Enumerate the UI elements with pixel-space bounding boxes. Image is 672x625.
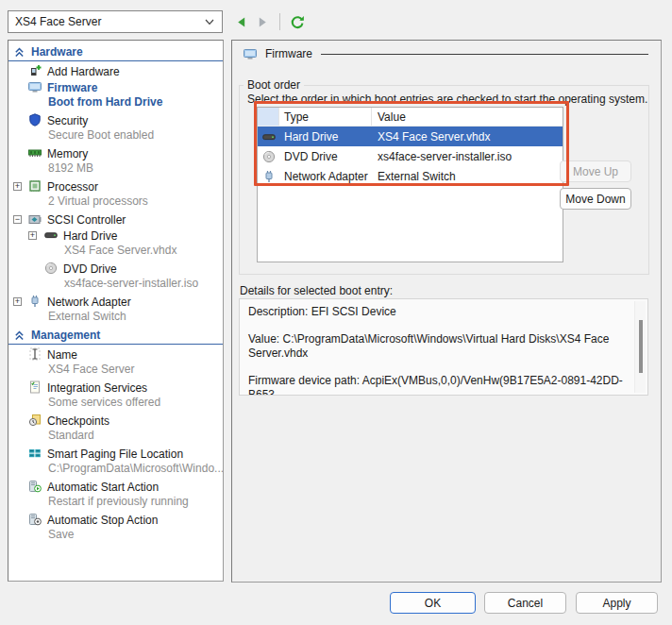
cancel-button[interactable]: Cancel: [484, 592, 566, 614]
sidebar-item-automatic-start-action[interactable]: Automatic Start Action: [8, 479, 223, 495]
move-up-button[interactable]: Move Up: [560, 160, 631, 182]
hard-drive-icon: [44, 228, 58, 242]
details-scrollbar-thumb[interactable]: [639, 320, 643, 373]
boot-order-list[interactable]: TypeValueHard DriveXS4 Face Server.vhdxD…: [257, 107, 563, 262]
sidebar-item-label: Smart Paging File Location: [47, 448, 183, 461]
boot-order-group-label: Boot order: [244, 78, 304, 92]
sidebar-item-hard-drive[interactable]: +Hard Drive: [8, 228, 223, 244]
sidebar-item-network-adapter[interactable]: +Network Adapter: [8, 294, 223, 310]
settings-sidebar: HardwareAdd HardwareFirmwareBoot from Ha…: [8, 40, 224, 582]
toolbar-separator: [279, 13, 280, 30]
back-icon[interactable]: [233, 14, 248, 29]
details-label: Details for selected boot entry:: [240, 284, 393, 297]
sidebar-item-label: SCSI Controller: [47, 213, 126, 227]
expander-minus-icon[interactable]: −: [13, 215, 22, 224]
sidebar-item-sublabel: xs4face-server-installer.iso: [8, 277, 223, 292]
boot-order-instruction: Select the order in which boot entries a…: [247, 93, 647, 106]
sidebar-item-sublabel: C:\ProgramData\Microsoft\Windo...: [8, 462, 223, 477]
boot-entry-row-network-adapter[interactable]: Network AdapterExternal Switch: [258, 166, 563, 186]
ok-button[interactable]: OK: [390, 592, 476, 614]
sidebar-item-label: Security: [47, 114, 88, 127]
boot-entry-row-hard-drive[interactable]: Hard DriveXS4 Face Server.vhdx: [258, 127, 563, 146]
paging-icon: [28, 447, 42, 460]
memory-icon: [28, 146, 42, 160]
sidebar-item-label: Hard Drive: [63, 229, 117, 243]
details-scrollbar[interactable]: [634, 301, 646, 393]
boot-entry-row-dvd-drive[interactable]: DVD Drivexs4face-server-installer.iso: [258, 146, 563, 166]
sidebar-item-label: Network Adapter: [47, 296, 131, 309]
sidebar-item-dvd-drive[interactable]: DVD Drive: [8, 261, 223, 277]
dvd-icon: [262, 150, 276, 163]
sidebar-section-hardware[interactable]: Hardware: [8, 43, 223, 61]
sidebar-item-integration-services[interactable]: Integration Services: [8, 380, 223, 396]
sidebar-item-sublabel: 8192 MB: [8, 161, 223, 177]
sidebar-item-sublabel: External Switch: [8, 310, 223, 325]
sidebar-item-sublabel: Standard: [8, 429, 223, 444]
boot-entry-type: Network Adapter: [279, 170, 372, 183]
sidebar-item-sublabel: 2 Virtual processors: [8, 194, 223, 210]
expander-plus-icon[interactable]: +: [28, 231, 37, 240]
chevron-down-icon: [205, 19, 214, 25]
column-header-type[interactable]: Type: [279, 108, 372, 126]
panel-title: Firmware: [265, 47, 312, 60]
checkpoints-icon: [28, 414, 42, 427]
column-header-value[interactable]: Value: [372, 108, 563, 126]
sidebar-item-automatic-stop-action[interactable]: Automatic Stop Action: [8, 512, 223, 528]
firmware-icon: [244, 47, 257, 60]
chevron-double-up-icon: [14, 47, 25, 58]
panel-header: Firmware: [244, 47, 648, 60]
firmware-panel: Firmware Boot order Select the order in …: [231, 40, 662, 583]
header-rule: [321, 54, 648, 55]
boot-order-group: Boot order Select the order in which boo…: [239, 85, 649, 275]
firmware-icon: [28, 80, 42, 93]
sidebar-item-processor[interactable]: +Processor: [8, 178, 223, 194]
sidebar-item-checkpoints[interactable]: Checkpoints: [8, 413, 223, 429]
sidebar-item-sublabel: Secure Boot enabled: [8, 128, 223, 144]
forward-icon[interactable]: [255, 14, 270, 29]
sidebar-item-sublabel: Some services offered: [8, 396, 223, 411]
boot-entry-value: External Switch: [372, 170, 563, 183]
sidebar-item-add-hardware[interactable]: Add Hardware: [8, 63, 223, 79]
expander-plus-icon[interactable]: +: [13, 297, 22, 306]
sidebar-item-memory[interactable]: Memory: [8, 145, 223, 161]
boot-order-header-icon-cell: [258, 108, 279, 126]
boot-entry-details: Description: EFI SCSI Device Value: C:\P…: [239, 298, 648, 396]
sidebar-item-label: Processor: [47, 180, 98, 194]
expander-plus-icon[interactable]: +: [13, 182, 22, 191]
processor-icon: [28, 179, 42, 193]
sidebar-item-firmware[interactable]: Firmware: [8, 79, 223, 95]
scsi-icon: [28, 212, 42, 226]
vm-settings-window: XS4 Face Server HardwareAdd HardwareFirm…: [0, 0, 672, 625]
sidebar-item-label: Automatic Stop Action: [47, 514, 158, 527]
sidebar-item-name[interactable]: Name: [8, 346, 223, 363]
details-firmware-device-path: Firmware device path: AcpiEx(VMBus,0,0)/…: [248, 374, 625, 396]
boot-entry-type: Hard Drive: [279, 130, 372, 144]
boot-entry-type: DVD Drive: [279, 150, 372, 163]
sidebar-item-label: DVD Drive: [63, 262, 117, 276]
network-icon: [28, 295, 42, 308]
sidebar-item-security[interactable]: Security: [8, 112, 223, 128]
move-down-button[interactable]: Move Down: [560, 188, 631, 210]
boot-entry-icon-cell: [258, 127, 279, 146]
sidebar-section-management[interactable]: Management: [8, 327, 223, 345]
sidebar-item-label: Add Hardware: [47, 65, 120, 78]
sidebar-item-scsi-controller[interactable]: −SCSI Controller: [8, 211, 223, 228]
apply-button[interactable]: Apply: [576, 592, 658, 614]
boot-entry-value: XS4 Face Server.vhdx: [372, 130, 563, 144]
sidebar-item-label: Checkpoints: [47, 414, 109, 428]
integration-icon: [28, 380, 42, 394]
security-icon: [28, 113, 42, 127]
sidebar-item-label: Integration Services: [47, 381, 147, 395]
vm-selector-dropdown[interactable]: XS4 Face Server: [8, 10, 223, 33]
navigation-toolbar: [233, 13, 305, 30]
boot-entry-icon-cell: [258, 166, 279, 186]
sidebar-item-sublabel: Restart if previously running: [8, 495, 223, 510]
sidebar-item-sublabel: XS4 Face Server.vhdx: [8, 244, 223, 259]
vm-selector-value: XS4 Face Server: [15, 15, 101, 28]
dvd-icon: [44, 262, 58, 275]
boot-entry-icon-cell: [258, 146, 279, 166]
network-icon: [262, 170, 276, 183]
stop-icon: [28, 513, 42, 526]
refresh-icon[interactable]: [290, 14, 305, 29]
sidebar-item-smart-paging-file-location[interactable]: Smart Paging File Location: [8, 446, 223, 462]
